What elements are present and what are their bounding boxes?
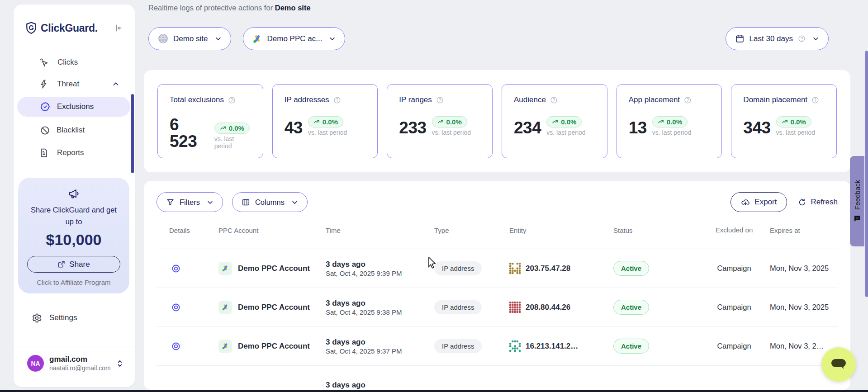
calendar-icon (735, 34, 745, 43)
date-range-value: Last 30 days (749, 34, 793, 43)
stat-card-total-exclusions: Total exclusions 6 523 0.0% vs. last per… (157, 84, 263, 158)
entity-value: 16.213.141.2… (526, 342, 578, 351)
user-name: gmail.com (49, 355, 111, 364)
share-amount: $10,000 (46, 231, 102, 249)
entity-value: 203.75.47.28 (526, 264, 570, 273)
col-details[interactable]: Details (157, 227, 208, 234)
funnel-icon (166, 198, 175, 207)
entity-identicon (509, 302, 521, 313)
sidebar-item-clicks[interactable]: Clicks (14, 53, 135, 71)
stat-value: 6 523 (170, 116, 209, 150)
help-icon[interactable] (684, 96, 692, 104)
stat-label: IP addresses (285, 95, 329, 104)
time-absolute: Sat, Oct 4, 2025 9:38 PM (326, 308, 402, 316)
refresh-button[interactable]: Refresh (798, 198, 838, 207)
col-expires-at[interactable]: Expires at (764, 227, 838, 234)
columns-button[interactable]: Columns (232, 192, 308, 212)
sidebar-item-blacklist[interactable]: Blacklist (17, 120, 130, 140)
details-eye-icon[interactable] (171, 302, 181, 312)
ppc-account-name: Demo PPC Account (238, 303, 310, 312)
bottom-edge-bar (0, 390, 868, 392)
table-row: Demo PPC Account 3 days ago Sat, Oct 4, … (157, 327, 838, 366)
export-button[interactable]: Export (730, 192, 787, 212)
feedback-tab[interactable]: Feedback (850, 156, 864, 246)
stat-caption: vs. last period (308, 129, 347, 136)
affiliate-link[interactable]: Click to Affiliate Program (37, 279, 110, 286)
help-icon[interactable] (550, 96, 558, 104)
details-eye-icon[interactable] (171, 341, 181, 351)
sidebar-item-exclusions[interactable]: Exclusions (17, 97, 130, 117)
help-icon[interactable] (228, 96, 236, 104)
stat-label: IP ranges (399, 95, 432, 104)
status-badge: Active (613, 339, 649, 354)
nav-label: Threat (57, 80, 79, 89)
time-relative: 3 days ago (326, 260, 402, 270)
page-scrollbar[interactable] (865, 51, 868, 297)
sidebar-nav: Clicks Threat Exclusions (14, 53, 135, 162)
help-icon[interactable] (333, 96, 341, 104)
badge-check-icon (40, 101, 51, 112)
stat-value: 233 (399, 119, 426, 136)
filters-button[interactable]: Filters (157, 192, 223, 212)
sidebar-collapse-icon[interactable] (113, 23, 123, 33)
account-switcher[interactable]: NA gmail.com naatali.ro@gmail.com (14, 355, 135, 372)
stats-panel: Total exclusions 6 523 0.0% vs. last per… (144, 70, 850, 172)
stat-card-ip-ranges: IP ranges 233 0.0% vs. last period (387, 84, 493, 158)
nav-label: Blacklist (57, 126, 85, 135)
share-button[interactable]: Share (27, 256, 120, 273)
time-absolute: Sat, Oct 4, 2025 9:37 PM (326, 347, 402, 355)
cloud-download-icon (741, 198, 750, 207)
affiliate-share-card: Share ClickGuard and get up to $10,000 S… (18, 178, 129, 293)
stat-card-audience: Audience 234 0.0% vs. last period (502, 84, 607, 158)
chevron-down-icon (291, 199, 298, 206)
help-icon[interactable] (811, 96, 819, 104)
table-row: Demo PPC Account 3 days ago Sat, Oct 4, … (157, 288, 838, 327)
details-eye-icon[interactable] (171, 264, 181, 274)
table-row-partial: 3 days ago (157, 366, 838, 390)
ppc-account-name: Demo PPC Account (238, 264, 310, 273)
col-time[interactable]: Time (319, 227, 428, 234)
chat-launcher-button[interactable] (821, 347, 856, 382)
help-icon[interactable] (436, 96, 444, 104)
entity-value: 208.80.44.26 (526, 303, 570, 312)
col-status[interactable]: Status (607, 227, 705, 234)
chevron-down-icon (329, 35, 336, 42)
stat-value: 343 (743, 119, 770, 136)
speech-bubble-icon (830, 357, 848, 372)
subtitle-site-name: Demo site (275, 4, 311, 12)
time-absolute: Sat, Oct 4, 2025 9:39 PM (326, 269, 402, 277)
type-badge: IP address (434, 300, 482, 314)
sidebar-item-reports[interactable]: Reports (14, 144, 135, 162)
globe-icon (158, 33, 168, 44)
ban-icon (40, 125, 50, 136)
ppc-account-selector[interactable]: Demo PPC ac... (243, 27, 346, 50)
megaphone-icon (68, 188, 80, 200)
date-range-selector[interactable]: Last 30 days (726, 27, 829, 50)
col-type[interactable]: Type (428, 227, 503, 234)
col-ppc-account[interactable]: PPC Account (208, 227, 319, 234)
status-badge: Active (613, 300, 649, 315)
table-row: Demo PPC Account 3 days ago Sat, Oct 4, … (157, 249, 838, 288)
stat-label: Audience (514, 95, 546, 104)
ppc-account-value: Demo PPC ac... (267, 34, 323, 43)
site-selector[interactable]: Demo site (148, 27, 231, 50)
nav-label: Clicks (57, 58, 78, 67)
external-link-icon (57, 260, 65, 268)
type-badge: IP address (434, 339, 482, 353)
page-subtitle: Realtime logs of protective actions for … (148, 4, 311, 12)
sidebar-item-settings[interactable]: Settings (14, 308, 135, 327)
excluded-on-value: Campaign (717, 264, 751, 273)
help-icon (798, 35, 806, 43)
stat-card-app-placement: App placement 13 0.0% vs. last period (617, 84, 722, 158)
delta-badge: 0.0% (546, 116, 582, 128)
col-excluded-on[interactable]: Excluded on (705, 226, 764, 235)
stat-caption: vs. last period (652, 129, 691, 136)
stat-caption: vs. last period (546, 129, 585, 136)
sidebar-scrollbar[interactable] (131, 94, 134, 173)
delta-badge: 0.0% (652, 116, 688, 128)
col-entity[interactable]: Entity (503, 227, 607, 234)
stat-value: 234 (514, 119, 541, 136)
sidebar-item-threat[interactable]: Threat (14, 75, 135, 93)
chevron-up-down-icon (116, 359, 123, 368)
selector-row: Demo site Demo PPC ac... Last 30 days (148, 27, 829, 50)
